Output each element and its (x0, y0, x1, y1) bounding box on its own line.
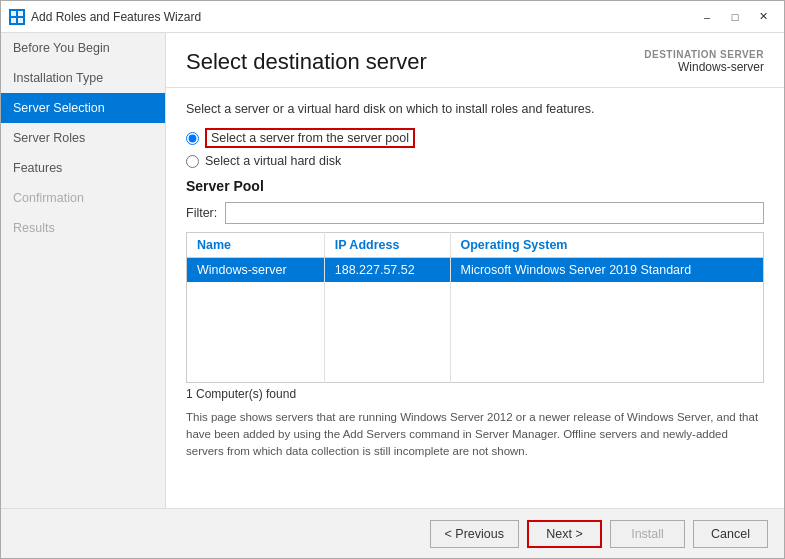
sidebar-item-before-you-begin[interactable]: Before You Begin (1, 33, 165, 63)
sidebar-item-confirmation: Confirmation (1, 183, 165, 213)
destination-server: DESTINATION SERVER Windows-server (644, 49, 764, 74)
header-section: Select destination server DESTINATION SE… (166, 33, 784, 88)
radio-server-pool-label: Select a server from the server pool (205, 128, 415, 148)
radio-option-server-pool[interactable]: Select a server from the server pool (186, 128, 764, 148)
cell-os: Microsoft Windows Server 2019 Standard (450, 258, 764, 283)
minimize-button[interactable]: – (694, 7, 720, 27)
server-pool-section: Server Pool Filter: Name IP Address Oper… (186, 178, 764, 460)
maximize-button[interactable]: □ (722, 7, 748, 27)
bottom-bar: < Previous Next > Install Cancel (1, 508, 784, 558)
filter-input[interactable] (225, 202, 764, 224)
cancel-button[interactable]: Cancel (693, 520, 768, 548)
description-text: Select a server or a virtual hard disk o… (186, 102, 764, 116)
table-body: Windows-server 188.227.57.52 Microsoft W… (187, 258, 764, 383)
svg-rect-1 (18, 11, 23, 16)
sidebar-item-installation-type[interactable]: Installation Type (1, 63, 165, 93)
main-content: Select a server or a virtual hard disk o… (166, 88, 784, 508)
table-row-empty-4 (187, 342, 764, 362)
sidebar-item-server-selection[interactable]: Server Selection (1, 93, 165, 123)
window-controls: – □ ✕ (694, 7, 776, 27)
col-header-ip: IP Address (324, 233, 450, 258)
destination-value: Windows-server (678, 60, 764, 74)
cell-ip: 188.227.57.52 (324, 258, 450, 283)
close-button[interactable]: ✕ (750, 7, 776, 27)
main-panel: Select destination server DESTINATION SE… (166, 33, 784, 508)
title-bar: Add Roles and Features Wizard – □ ✕ (1, 1, 784, 33)
previous-button[interactable]: < Previous (430, 520, 519, 548)
filter-row: Filter: (186, 202, 764, 224)
svg-rect-0 (11, 11, 16, 16)
footer-text: This page shows servers that are running… (186, 409, 764, 461)
table-row-empty-5 (187, 362, 764, 382)
radio-vhd[interactable] (186, 155, 199, 168)
app-icon (9, 9, 25, 25)
page-title: Select destination server (186, 49, 427, 75)
col-header-name: Name (187, 233, 325, 258)
radio-server-pool[interactable] (186, 132, 199, 145)
sidebar: Before You Begin Installation Type Serve… (1, 33, 166, 508)
sidebar-item-results: Results (1, 213, 165, 243)
next-button[interactable]: Next > (527, 520, 602, 548)
col-header-os: Operating System (450, 233, 764, 258)
sidebar-item-features[interactable]: Features (1, 153, 165, 183)
filter-label: Filter: (186, 206, 217, 220)
svg-rect-2 (11, 18, 16, 23)
svg-rect-3 (18, 18, 23, 23)
sidebar-item-server-roles[interactable]: Server Roles (1, 123, 165, 153)
radio-option-vhd[interactable]: Select a virtual hard disk (186, 154, 764, 168)
radio-vhd-label: Select a virtual hard disk (205, 154, 341, 168)
computers-found: 1 Computer(s) found (186, 387, 764, 401)
table-row[interactable]: Windows-server 188.227.57.52 Microsoft W… (187, 258, 764, 283)
table-row-empty-3 (187, 322, 764, 342)
content-area: Before You Begin Installation Type Serve… (1, 33, 784, 508)
title-bar-text: Add Roles and Features Wizard (31, 10, 694, 24)
table-row-empty-2 (187, 302, 764, 322)
server-pool-title: Server Pool (186, 178, 764, 194)
table-header: Name IP Address Operating System (187, 233, 764, 258)
destination-label: DESTINATION SERVER (644, 49, 764, 60)
server-table: Name IP Address Operating System Windows… (186, 232, 764, 383)
wizard-window: Add Roles and Features Wizard – □ ✕ Befo… (0, 0, 785, 559)
radio-group: Select a server from the server pool Sel… (186, 128, 764, 168)
cell-name: Windows-server (187, 258, 325, 283)
table-row-empty-1 (187, 282, 764, 302)
install-button[interactable]: Install (610, 520, 685, 548)
